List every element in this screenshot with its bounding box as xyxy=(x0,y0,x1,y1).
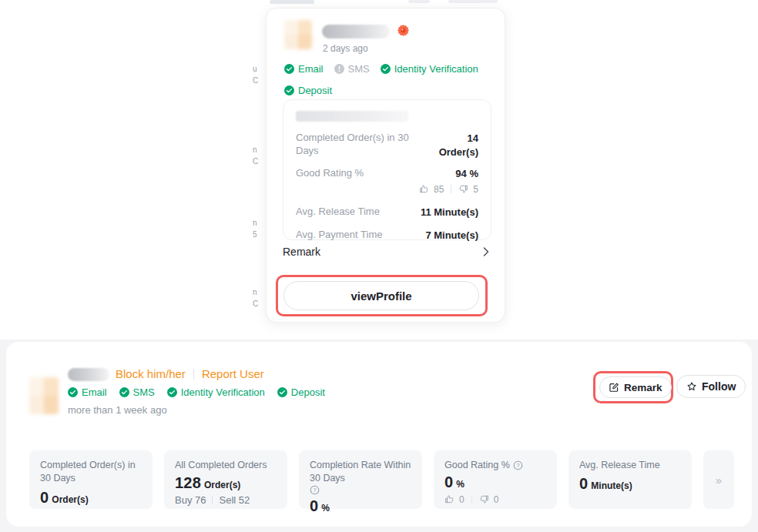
help-circle-icon[interactable] xyxy=(310,485,320,495)
background-text-fragment: C xyxy=(253,77,258,85)
stat-card-title: Avg. Release Time xyxy=(579,459,660,472)
advertiser-profile-panel: Block him/her Report User Email SMS Iden… xyxy=(6,342,752,527)
pencil-square-icon xyxy=(609,382,619,393)
check-circle-icon xyxy=(119,387,129,397)
stat-card-unit: Order(s) xyxy=(204,480,240,490)
stat-card-value: 0 xyxy=(444,473,453,491)
background-text-fragment: C xyxy=(253,158,258,166)
badge-label: Email xyxy=(82,386,107,398)
divider xyxy=(451,185,451,193)
divider xyxy=(471,495,472,504)
badge-deposit: Deposit xyxy=(277,386,325,398)
thumb-up-icon xyxy=(444,494,454,504)
user-actions-links: Block him/her Report User xyxy=(116,367,264,380)
stat-card-completion-rate: Completion Rate Within 30 Days 0 % xyxy=(299,450,422,509)
stat-row-payment-time: Avg. Payment Time 7 Minute(s) xyxy=(296,229,478,243)
background-text-fragment: n xyxy=(253,146,257,154)
divider xyxy=(193,369,194,380)
stat-card-unit: Order(s) xyxy=(52,494,88,505)
stat-value-unit: Order(s) xyxy=(439,146,478,159)
check-circle-icon xyxy=(381,64,391,74)
stat-value: 94 % 85 5 xyxy=(419,167,478,196)
badge-label: Deposit xyxy=(298,85,332,96)
remark-row[interactable]: Remark xyxy=(283,246,489,258)
badge-label: Identity Verification xyxy=(394,63,478,75)
follow-button-label: Follow xyxy=(702,380,736,393)
view-profile-button[interactable]: viewProfile xyxy=(283,281,479,310)
view-profile-label: viewProfile xyxy=(350,289,411,303)
badge-label: Deposit xyxy=(291,386,325,398)
stat-card-unit: % xyxy=(456,479,465,490)
stat-value: 7 Minute(s) xyxy=(425,229,478,243)
background-text-smudge xyxy=(408,0,430,3)
check-circle-icon xyxy=(284,85,294,95)
avatar xyxy=(284,20,312,49)
profile-section-background: Block him/her Report User Email SMS Iden… xyxy=(0,340,758,532)
badge-label: Email xyxy=(298,63,324,75)
badge-email: Email xyxy=(284,63,324,75)
stat-card-title: All Completed Orders xyxy=(175,459,267,472)
verification-badges-row: Email SMS Identity Verification xyxy=(284,63,478,75)
background-text-fragment: n xyxy=(253,289,257,296)
report-user-link[interactable]: Report User xyxy=(202,367,264,380)
help-circle-icon[interactable] xyxy=(513,460,523,470)
badge-deposit: Deposit xyxy=(284,85,332,96)
verification-badges-row: Email SMS Identity Verification Deposit xyxy=(68,386,325,398)
check-circle-icon xyxy=(68,387,78,397)
divider xyxy=(212,496,213,504)
background-text-smudge xyxy=(448,0,498,3)
exclamation-circle-icon xyxy=(334,64,344,74)
double-chevron-right-icon: » xyxy=(716,473,722,487)
stat-row-completed-orders: Completed Order(s) in 30 Days 14 Order(s… xyxy=(296,132,478,159)
stat-value-number: 14 xyxy=(439,132,478,146)
thumbs-down-count: 0 xyxy=(494,494,499,505)
background-text-fragment: n xyxy=(253,219,257,227)
stat-card-unit: % xyxy=(321,503,330,514)
background-text-fragment: 5 xyxy=(253,231,257,239)
stat-card-all-completed: All Completed Orders 128 Order(s) Buy 76… xyxy=(164,450,287,509)
stat-card-value: 0 xyxy=(40,489,49,507)
top-area: u C n C n 5 n C 2 days ago Email SMS Ide… xyxy=(0,0,758,340)
advertiser-name-redacted xyxy=(322,25,390,38)
stat-card-value: 0 xyxy=(579,475,588,493)
star-icon xyxy=(686,381,697,392)
advertiser-name-redacted xyxy=(68,368,109,381)
stat-card-good-rating: Good Rating % 0 % 0 0 xyxy=(434,450,557,509)
buy-sell-breakdown: Buy 76 Sell 52 xyxy=(175,494,277,506)
remark-button[interactable]: Remark xyxy=(599,376,672,398)
thumbs-up-count: 85 xyxy=(434,183,444,196)
thumb-down-icon xyxy=(479,494,489,504)
stat-card-completed-30d: Completed Order(s) in 30 Days 0 Order(s) xyxy=(29,450,153,509)
badge-label: SMS xyxy=(133,386,155,398)
badge-label: SMS xyxy=(348,63,370,75)
background-text-fragment: C xyxy=(253,300,258,308)
stat-label: Completed Order(s) in 30 Days xyxy=(296,132,411,158)
rating-thumbs: 85 5 xyxy=(419,183,478,196)
badge-label: Identity Verification xyxy=(181,386,265,398)
badge-sms: SMS xyxy=(119,386,155,398)
stat-card-value: 0 xyxy=(310,497,318,515)
stat-card-value: 128 xyxy=(175,474,201,492)
check-circle-icon xyxy=(167,387,177,397)
stat-card-title: Completed Order(s) in 30 Days xyxy=(40,459,142,485)
block-user-link[interactable]: Block him/her xyxy=(116,367,186,380)
chevron-right-icon[interactable] xyxy=(483,247,489,256)
check-circle-icon xyxy=(277,387,287,397)
advertiser-stats-box: Completed Order(s) in 30 Days 14 Order(s… xyxy=(283,99,491,240)
thumbs-up-count: 0 xyxy=(459,494,465,505)
more-stats-button[interactable]: » xyxy=(703,450,734,509)
thumb-up-icon xyxy=(419,184,429,194)
stat-card-release-time: Avg. Release Time 0 Minute(s) xyxy=(568,450,692,509)
stat-row-release-time: Avg. Release Time 11 Minute(s) xyxy=(296,206,478,219)
stat-label: Avg. Payment Time xyxy=(296,229,382,242)
stat-label: Avg. Release Time xyxy=(296,206,380,219)
thumbs-down-count: 5 xyxy=(473,183,478,196)
badge-identity-verification: Identity Verification xyxy=(381,63,478,75)
stat-card-unit: Minute(s) xyxy=(591,480,632,491)
stats-title-redacted xyxy=(296,111,408,122)
follow-button[interactable]: Follow xyxy=(676,375,746,398)
background-text-smudge xyxy=(270,0,314,4)
verification-badges-row-2: Deposit xyxy=(284,85,332,96)
last-seen-text: more than 1 week ago xyxy=(68,404,167,416)
stat-row-good-rating: Good Rating % 94 % 85 5 xyxy=(296,167,478,196)
